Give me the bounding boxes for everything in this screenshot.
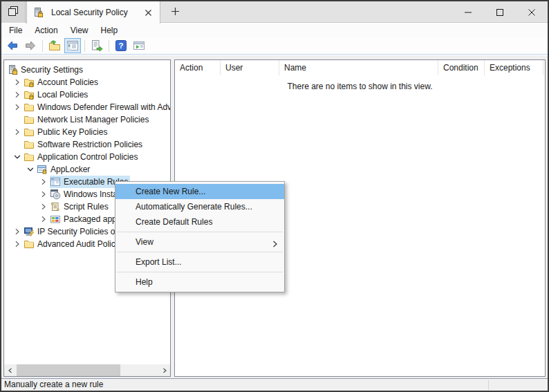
folder-icon <box>24 139 35 150</box>
executable-rules-icon <box>50 176 61 187</box>
chevron-down-icon[interactable] <box>24 163 37 176</box>
tree-item-security-settings[interactable]: Security Settings <box>4 64 170 76</box>
folder-icon <box>24 239 35 250</box>
chevron-right-icon[interactable] <box>11 76 24 88</box>
tab-title: Local Security Policy <box>51 8 142 17</box>
tree-item-label: AppLocker <box>50 163 90 176</box>
tree-item-label: Local Policies <box>37 88 88 101</box>
tree-item-network-list-manager-policies[interactable]: Network List Manager Policies <box>4 113 170 126</box>
back-arrow-icon <box>6 39 19 52</box>
window-controls <box>452 1 548 23</box>
help-icon: ? <box>115 39 127 52</box>
chevron-right-icon[interactable] <box>11 225 24 238</box>
svg-text:?: ? <box>118 41 123 50</box>
forward-arrow-button[interactable] <box>22 38 39 53</box>
tree-item-label: Script Rules <box>64 200 109 213</box>
minimize-icon <box>464 8 472 17</box>
minimize-button[interactable] <box>452 1 484 23</box>
scroll-right-icon[interactable] <box>158 364 170 376</box>
menubar: FileActionViewHelp <box>1 24 548 37</box>
installer-rules-icon <box>50 189 61 200</box>
chevron-down-icon[interactable] <box>11 151 24 163</box>
window-group-button[interactable] <box>1 1 26 23</box>
maximize-icon <box>496 8 504 17</box>
export-list-icon <box>91 39 103 52</box>
scrollbar-thumb[interactable] <box>17 364 120 376</box>
folder-icon <box>24 114 35 125</box>
folder-icon <box>24 102 35 113</box>
context-menu-separator <box>117 252 283 252</box>
tree-item-application-control-policies[interactable]: Application Control Policies <box>4 151 170 163</box>
tree-item-label: Public Key Policies <box>37 126 107 138</box>
column-header-name[interactable]: Name <box>279 60 438 75</box>
toolbar: ? <box>1 37 548 55</box>
tree-item-label: Account Policies <box>37 76 98 88</box>
context-menu-item-help[interactable]: Help <box>115 274 284 290</box>
chevron-right-icon[interactable] <box>11 238 24 250</box>
tree-item-public-key-policies[interactable]: Public Key Policies <box>4 126 170 138</box>
tree-item-applocker[interactable]: AppLocker <box>4 163 170 176</box>
folder-icon <box>24 151 35 162</box>
folder-lock-icon <box>24 89 35 100</box>
folder-icon <box>24 127 35 138</box>
export-list-button[interactable] <box>89 38 105 53</box>
console-tree-toggle-button[interactable] <box>64 38 81 53</box>
chevron-right-icon[interactable] <box>11 101 24 113</box>
titlebar: Local Security Policy <box>1 1 548 23</box>
chevron-right-icon[interactable] <box>11 88 24 101</box>
console-tree-toggle-icon <box>66 39 79 52</box>
toolbar-separator <box>84 40 85 52</box>
chevron-spacer <box>11 138 24 151</box>
column-header-exceptions[interactable]: Exceptions <box>485 60 543 75</box>
context-menu-separator <box>117 232 283 232</box>
column-header-user[interactable]: User <box>221 60 279 75</box>
context-menu-item-view[interactable]: View <box>115 234 284 250</box>
scroll-left-icon[interactable] <box>4 364 16 376</box>
tree-item-software-restriction-policies[interactable]: Software Restriction Policies <box>4 138 170 151</box>
column-header-condition[interactable]: Condition <box>438 60 485 75</box>
action-pane-toggle-icon <box>133 39 145 52</box>
chevron-right-icon[interactable] <box>37 213 50 225</box>
column-header-action[interactable]: Action <box>175 60 221 75</box>
menu-view[interactable]: View <box>64 24 95 37</box>
tree-item-account-policies[interactable]: Account Policies <box>4 76 170 88</box>
column-header-filler <box>543 60 545 75</box>
tree-item-label: Software Restriction Policies <box>37 138 142 151</box>
scrollbar-track[interactable] <box>16 364 158 376</box>
tree-horizontal-scrollbar[interactable] <box>4 364 170 376</box>
statusbar: Manually create a new rule <box>1 378 548 391</box>
statusbar-divider <box>488 380 489 390</box>
back-arrow-button[interactable] <box>4 38 21 53</box>
context-menu-item-create-new-rule[interactable]: Create New Rule... <box>115 184 284 199</box>
new-tab-button[interactable] <box>163 1 187 23</box>
up-one-level-button[interactable] <box>46 38 63 53</box>
chevron-right-icon[interactable] <box>37 176 50 188</box>
tree-item-label: Network List Manager Policies <box>37 113 149 126</box>
menu-file[interactable]: File <box>3 24 28 37</box>
maximize-button[interactable] <box>484 1 516 23</box>
action-pane-toggle-button[interactable] <box>131 38 147 53</box>
tab-local-security-policy[interactable]: Local Security Policy <box>26 1 160 24</box>
folder-lock-icon <box>24 77 35 88</box>
context-menu-item-create-default-rules[interactable]: Create Default Rules <box>115 214 284 230</box>
context-menu: Create New Rule...Automatically Generate… <box>115 181 285 292</box>
close-icon <box>528 8 536 17</box>
tree-item-windows-defender-firewall-with-advanced-security[interactable]: Windows Defender Firewall with Advanced … <box>4 101 170 113</box>
local-security-policy-window: Local Security Policy FileActionViewHelp… <box>0 0 549 392</box>
applocker-icon <box>37 164 48 175</box>
close-button[interactable] <box>516 1 548 23</box>
context-menu-item-export-list[interactable]: Export List... <box>115 254 284 270</box>
tab-close-icon[interactable] <box>142 6 154 19</box>
chevron-right-icon[interactable] <box>37 200 50 213</box>
help-button[interactable]: ? <box>113 38 129 53</box>
tree-item-local-policies[interactable]: Local Policies <box>4 88 170 101</box>
chevron-right-icon[interactable] <box>37 188 50 200</box>
context-menu-item-automatically-generate-rules[interactable]: Automatically Generate Rules... <box>115 199 284 214</box>
tree-item-label: Windows Defender Firewall with Advanced … <box>37 101 170 113</box>
menu-action[interactable]: Action <box>28 24 64 37</box>
context-menu-separator <box>117 272 283 272</box>
plus-icon <box>171 6 180 19</box>
chevron-right-icon[interactable] <box>11 126 24 138</box>
up-one-level-icon <box>48 39 61 52</box>
menu-help[interactable]: Help <box>95 24 124 37</box>
